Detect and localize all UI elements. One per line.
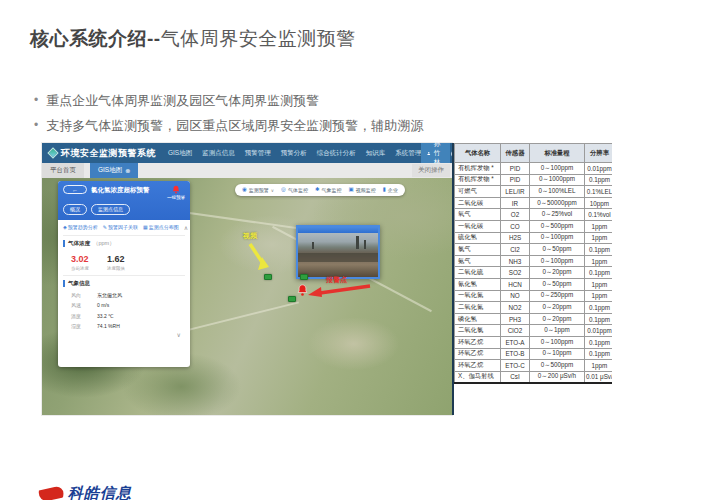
bullet-list: 重点企业气体周界监测及园区气体周界监测预警支持多气体监测预警，园区重点区域周界安… [34, 88, 423, 138]
monitor-point-info-button[interactable]: 监测点信息 [91, 204, 130, 215]
table-row-1: 有机挥发物 *PID0～100ppm0.01ppm [455, 163, 613, 175]
table-cell: 1ppm [585, 232, 613, 244]
table-cell: PH3 [501, 313, 530, 325]
layer-label: 气体监控 [288, 187, 308, 193]
table-cell: 有机挥发物 * [455, 174, 501, 186]
alarm-bell-icon[interactable] [172, 185, 180, 194]
table-row-17: 环氧乙烷ETO-B0～10ppm0.1ppm [455, 348, 613, 360]
nav-item-4[interactable]: 预警分析 [281, 149, 307, 158]
panel-link-2[interactable]: ✎预警因子关联 [103, 224, 138, 230]
gas-concentration-title: 气体浓度 （ppm） [63, 240, 185, 247]
nav-item-2[interactable]: 监测点信息 [202, 149, 235, 158]
page-title-bold: 核心系统介绍-- [30, 28, 161, 49]
page-title: 核心系统介绍--气体周界安全监测预警 [30, 26, 356, 52]
nav-item-3[interactable]: 预警管理 [245, 149, 271, 158]
table-cell: 0～50000ppm [530, 197, 585, 209]
layer-toggle-enterprise[interactable]: ▮企业 [383, 187, 398, 193]
close-operation-link[interactable]: 关闭操作 [412, 164, 450, 177]
table-cell: 0～500ppm [530, 220, 585, 232]
table-row-4: 二氧化碳IR0～50000ppm10ppm [455, 197, 613, 209]
table-row-8: 氯气Cl20～50ppm0.1ppm [455, 244, 613, 256]
layer-toggle-gas[interactable]: ◎气体监控 [281, 187, 308, 193]
camera-marker[interactable] [264, 274, 272, 280]
table-cell: 0.01ppm [585, 163, 613, 175]
app-navbar: 环境安全监测预警系统 GIS地图监测点信息预警管理预警分析综合统计分析知识库系统… [42, 143, 452, 163]
table-cell: 氯气 [455, 244, 501, 256]
layer-toggle-video[interactable]: ▣视频监控 [349, 187, 376, 193]
logo-text: 科皓信息 [68, 484, 132, 500]
table-cell: 0.1ppm [585, 348, 613, 360]
collapse-up-icon[interactable]: ∧ [184, 224, 188, 231]
table-cell: 0.1ppm [585, 313, 613, 325]
alarm-point-marker[interactable] [297, 284, 308, 296]
weather-list: 风向东北偏北风风速0 m/s温度33.2 ℃湿度74.1 %RH [71, 292, 185, 330]
user-menu[interactable]: 孙竹林 [421, 143, 450, 163]
overview-button[interactable]: 概况 [63, 204, 87, 215]
satellite-map[interactable]: ← 氯化氢浓度超标预警 一键预警 概况 监测点信息 ◈预警趋势分析✎预警因子关联… [42, 178, 452, 415]
table-cell: 0～500ppm [530, 360, 585, 372]
table-cell: 磷化氢 [455, 313, 501, 325]
slide: 核心系统介绍--气体周界安全监测预警 重点企业气体周界监测及园区气体周界监测预警… [0, 0, 715, 500]
panel-link-label: 预警因子关联 [108, 224, 138, 230]
table-row-9: 氨气NH30～100ppm1ppm [455, 255, 613, 267]
table-cell: 0～1000ppm [530, 174, 585, 186]
tab-platform-home[interactable]: 平台首页 [42, 163, 84, 178]
nav-item-7[interactable]: 系统管理 [395, 149, 421, 158]
nav-item-5[interactable]: 综合统计分析 [317, 149, 356, 158]
current-concentration-value: 3.02 [71, 254, 89, 264]
layer-toggle-alarm[interactable]: ◉监测预警∨ [242, 187, 274, 193]
weather-value: 东北偏北风 [97, 292, 122, 298]
weather-value: 0 m/s [97, 302, 109, 308]
app-screenshot: 环境安全监测预警系统 GIS地图监测点信息预警管理预警分析综合统计分析知识库系统… [42, 143, 452, 415]
nav-item-6[interactable]: 知识库 [366, 149, 386, 158]
bullet-item-2: 支持多气体监测预警，园区重点区域周界安全监测预警，辅助溯源 [34, 113, 423, 138]
table-cell: 0.1ppm [585, 267, 613, 279]
gas-values: 3.02 当前浓度 1.62 浓度限值 [71, 254, 185, 271]
one-key-alarm-label[interactable]: 一键预警 [167, 195, 185, 200]
table-row-5: 氧气O20～25%vol0.1%vol [455, 209, 613, 221]
table-cell: PID [501, 163, 530, 175]
table-cell: 0.1ppm [585, 336, 613, 348]
chevron-down-icon: ∨ [177, 332, 181, 338]
table-row-18: 环氧乙烷ETO-C0～500ppm1ppm [455, 360, 613, 372]
table-row-19: X、伽马射线CsI0～200 μSv/h0.01 μSv/h [455, 371, 613, 383]
cctv-popup[interactable] [296, 225, 380, 279]
layer-toggle-weather[interactable]: ✱气象监控 [315, 187, 342, 193]
app-nav: GIS地图监测点信息预警管理预警分析综合统计分析知识库系统管理 [168, 149, 421, 158]
table-cell: 1ppm [585, 255, 613, 267]
table-cell: 环氧乙烷 [455, 360, 501, 372]
user-icon [427, 150, 431, 157]
video-annotation-label: 视频 [243, 231, 257, 241]
limit-concentration-label: 浓度限值 [107, 266, 125, 271]
current-concentration-label: 当前浓度 [71, 266, 89, 271]
weather-row-2: 风速0 m/s [71, 302, 185, 308]
camera-marker[interactable] [288, 296, 296, 302]
table-cell: 0～100ppm [530, 336, 585, 348]
nav-item-1[interactable]: GIS地图 [168, 149, 192, 158]
table-cell: 硫化氢 [455, 232, 501, 244]
layer-label: 企业 [388, 187, 398, 193]
layer-label: 监测预警 [249, 187, 269, 193]
table-row-16: 环氧乙烷ETO-A0～100ppm0.1ppm [455, 336, 613, 348]
panel-link-1[interactable]: ◈预警趋势分析 [63, 224, 98, 230]
panel-link-3[interactable]: ▦监测点分布图 [143, 224, 179, 230]
table-cell: X、伽马射线 [455, 371, 501, 383]
bullet-item-1: 重点企业气体周界监测及园区气体周界监测预警 [34, 88, 423, 113]
table-header-cell: 标准量程 [530, 144, 585, 163]
table-cell: 二氧化硫 [455, 267, 501, 279]
camera-marker[interactable] [300, 274, 308, 280]
table-header-cell: 分辨率 [585, 144, 613, 163]
table-row-13: 二氧化氮NO20～20ppm0.1ppm [455, 302, 613, 314]
back-button[interactable]: ← [63, 185, 87, 194]
table-cell: 0.1ppm [585, 302, 613, 314]
tab-gis-map[interactable]: GIS地图 ⊗ [90, 163, 138, 178]
table-cell: CsI [501, 371, 530, 383]
table-cell: 0～25%vol [530, 209, 585, 221]
table-row-2: 有机挥发物 *PID0～1000ppm0.1ppm [455, 174, 613, 186]
alarm-panel-body: ◈预警趋势分析✎预警因子关联▦监测点分布图∧ 气体浓度 （ppm） 3.02 当… [58, 220, 190, 368]
tab-close-icon[interactable]: ⊗ [125, 168, 130, 174]
alarm-panel-title: 氯化氢浓度超标预警 [91, 185, 150, 195]
gas-icon: ◎ [281, 187, 286, 193]
panel-expand-chevron[interactable]: ∨ [63, 329, 185, 339]
table-cell: 0.1ppm [585, 174, 613, 186]
